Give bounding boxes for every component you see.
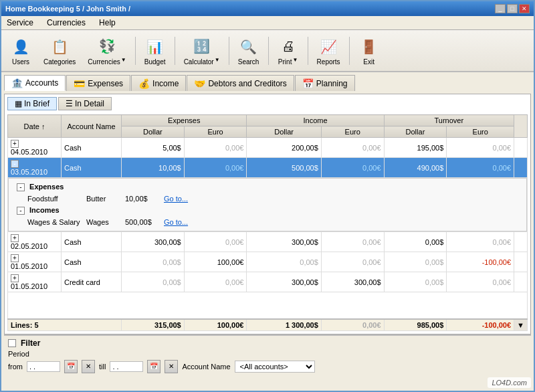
debtors-tab-icon: 🤝 <box>194 78 205 89</box>
table-row[interactable]: + 04.05.2010 Cash 5,00$ 0,00€ 200,00$ 0,… <box>8 138 528 158</box>
incomes-collapse-btn[interactable]: - <box>17 207 25 215</box>
th-inc-euro: Euro <box>321 126 384 138</box>
till-calendar-btn[interactable]: 📅 <box>147 360 160 373</box>
toolbar-separator-2 <box>175 37 175 65</box>
row2-date: - 03.05.2010 <box>8 158 62 178</box>
currencies-label: Currencies <box>88 58 120 66</box>
row5-exp-dollar: 0,00$ <box>122 272 185 292</box>
from-clear-btn[interactable]: ✕ <box>82 360 95 373</box>
account-select[interactable]: <All accounts> <box>235 361 315 373</box>
filter-checkbox[interactable] <box>8 339 16 347</box>
row3-account: Cash <box>62 232 122 252</box>
exp-goto-link[interactable]: Go to... <box>164 195 188 203</box>
inc-goto-link[interactable]: Go to... <box>164 218 188 226</box>
expand-btn-3[interactable]: + <box>11 234 19 242</box>
search-button[interactable]: 🔍 Search <box>233 33 264 68</box>
footer-turn-dollar: 985,00$ <box>384 319 447 331</box>
reports-label: Reports <box>317 58 340 66</box>
period-label: Period <box>8 350 29 358</box>
row4-turn-euro: -100,00€ <box>447 252 514 272</box>
reports-button[interactable]: 📈 Reports <box>312 33 345 68</box>
footer-scroll-down[interactable]: ▼ <box>514 319 528 331</box>
users-button[interactable]: 👤 Users <box>5 33 36 68</box>
table-row[interactable]: + 02.05.2010 Cash 300,00$ 0,00€ 300,00$ … <box>8 232 528 252</box>
row2-turn-dollar: 490,00$ <box>384 158 447 178</box>
tab-planning[interactable]: 📅 Planning <box>295 75 355 91</box>
expenses-tab-icon: 💳 <box>74 78 85 89</box>
row4-inc-euro: 0,00€ <box>321 252 384 272</box>
close-button[interactable]: ✕ <box>519 4 530 13</box>
row1-inc-euro: 0,00€ <box>321 138 384 158</box>
budget-button[interactable]: 📊 Budget <box>140 33 171 68</box>
menu-bar: Service Currencies Help <box>1 16 534 30</box>
row4-date: + 01.05.2010 <box>8 252 62 272</box>
tab-expenses[interactable]: 💳 Expenses <box>66 75 130 91</box>
row1-account: Cash <box>62 138 122 158</box>
th-exp-euro: Euro <box>184 126 247 138</box>
row2-account: Cash <box>62 158 122 178</box>
footer-exp-dollar: 315,00$ <box>122 319 185 331</box>
row1-turn-euro: 0,00€ <box>447 138 514 158</box>
calculator-button[interactable]: 🔢 Calculator ▼ <box>179 33 225 68</box>
tab-indetail[interactable]: ☰ In Detail <box>58 97 112 110</box>
th-inc-dollar: Dollar <box>247 126 321 138</box>
toolbar-separator-4 <box>268 37 269 65</box>
row1-exp-euro: 0,00€ <box>184 138 247 158</box>
minimize-button[interactable]: _ <box>495 4 506 13</box>
expand-btn-4[interactable]: + <box>11 254 19 262</box>
tab-income[interactable]: 💰 Income <box>131 75 186 91</box>
from-calendar-btn[interactable]: 📅 <box>64 360 78 373</box>
th-expenses: Expenses <box>122 115 247 126</box>
maximize-button[interactable]: □ <box>507 4 518 13</box>
print-icon: 🖨 <box>278 35 299 57</box>
categories-label: Categories <box>43 58 76 66</box>
inc-amount: 500,00$ <box>125 218 158 226</box>
exp-subcategory: Butter <box>86 195 120 203</box>
toolbar-separator-3 <box>229 37 229 65</box>
table-row[interactable]: + 01.05.2010 Cash 0,00$ 100,00€ 0,00$ 0,… <box>8 252 528 272</box>
detail-incomes-row: Wages & Salary Wages 500,00$ Go to... <box>17 217 518 227</box>
search-icon: 🔍 <box>238 36 259 58</box>
expenses-collapse-btn[interactable]: - <box>17 183 25 191</box>
empty-row <box>8 292 528 319</box>
categories-button[interactable]: 📋 Categories <box>39 33 80 68</box>
detail-panel: - Expenses Foodstuff Butter 10,00$ Go to… <box>8 178 527 231</box>
filter-label: Filter <box>21 338 40 348</box>
watermark: LO4D.com <box>488 377 531 388</box>
tab-accounts[interactable]: 🏦 Accounts <box>4 75 66 91</box>
currencies-button[interactable]: 💱 Currencies ▼ <box>83 33 130 68</box>
filter-bar: Filter Period from 📅 ✕ till 📅 ✕ Account … <box>4 334 531 376</box>
tab-inbrief[interactable]: ▦ In Brief <box>7 97 57 110</box>
till-clear-btn[interactable]: ✕ <box>165 360 178 373</box>
row2-inc-dollar: 500,00$ <box>247 158 321 178</box>
row1-exp-dollar: 5,00$ <box>122 138 185 158</box>
filter-period-row: Period <box>8 350 527 358</box>
print-button[interactable]: 🖨 Print ▼ <box>273 33 304 68</box>
detail-panel-row: - Expenses Foodstuff Butter 10,00$ Go to… <box>8 178 528 232</box>
categories-icon: 📋 <box>49 36 70 58</box>
row5-turn-euro: 0,00€ <box>447 272 514 292</box>
till-date-input[interactable] <box>110 361 143 372</box>
row4-inc-dollar: 0,00$ <box>247 252 321 272</box>
from-date-input[interactable] <box>27 361 60 372</box>
row3-turn-euro: 0,00€ <box>447 232 514 252</box>
currencies-dropdown-arrow: ▼ <box>121 57 126 63</box>
row4-account: Cash <box>62 252 122 272</box>
table-row[interactable]: - 03.05.2010 Cash 10,00$ 0,00€ 500,00$ 0… <box>8 158 528 178</box>
title-bar-text: Home Bookkeeping 5 / John Smith / <box>5 5 130 13</box>
table-row[interactable]: + 01.05.2010 Credit card 0,00$ 0,00€ 300… <box>8 272 528 292</box>
budget-label: Budget <box>144 58 166 66</box>
menu-currencies[interactable]: Currencies <box>44 17 88 28</box>
row4-exp-dollar: 0,00$ <box>122 252 185 272</box>
menu-service[interactable]: Service <box>4 17 36 28</box>
exit-button[interactable]: 🚪 Exit <box>354 33 385 68</box>
expand-btn-2[interactable]: - <box>11 160 19 168</box>
menu-help[interactable]: Help <box>96 17 118 28</box>
exit-icon: 🚪 <box>358 36 380 58</box>
expand-btn-1[interactable]: + <box>11 140 19 148</box>
exp-amount: 10,00$ <box>125 195 158 203</box>
toolbar-separator-6 <box>349 37 350 65</box>
expand-btn-5[interactable]: + <box>11 274 19 282</box>
debtors-tab-label: Debtors and Creditors <box>208 79 286 88</box>
tab-debtors[interactable]: 🤝 Debtors and Creditors <box>187 75 294 91</box>
